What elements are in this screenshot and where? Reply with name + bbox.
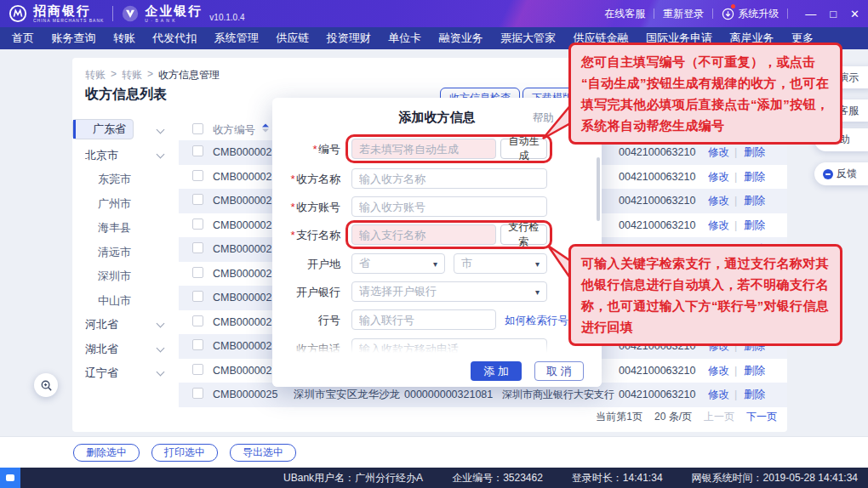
sidebar-item[interactable]: 中山市	[72, 289, 179, 314]
sidebar-item-label: 北京市	[72, 148, 118, 163]
branch-search-button[interactable]: 支行检索	[500, 224, 547, 245]
nav-item-9[interactable]: 票据大管家	[500, 31, 556, 46]
branch-name-input[interactable]	[351, 224, 496, 245]
field-row-location: 开户地 省▾ 市▾	[272, 253, 602, 275]
sidebar-item[interactable]: 海丰县	[72, 216, 179, 241]
breadcrumb-separator: >	[111, 68, 117, 82]
delete-link[interactable]: 删除	[744, 194, 765, 208]
recipient-number-input[interactable]	[351, 139, 496, 159]
delete-link[interactable]: 删除	[744, 145, 765, 160]
sidebar-item-label: 广东省	[80, 122, 126, 137]
edit-link[interactable]: 修改	[708, 194, 729, 208]
feedback-pill-button[interactable]: 反馈	[814, 162, 868, 185]
select-all-checkbox[interactable]	[192, 123, 203, 134]
breadcrumb-separator: >	[147, 68, 153, 82]
province-select[interactable]: 省▾	[351, 253, 445, 274]
edit-link[interactable]: 修改	[708, 388, 729, 402]
sidebar-item[interactable]: 北京市	[72, 144, 179, 168]
next-page-button[interactable]: 下一页	[746, 410, 777, 424]
prev-page-button[interactable]: 上一页	[704, 410, 734, 424]
breadcrumb-item[interactable]: 转账	[122, 68, 142, 82]
sidebar-item[interactable]: 清远市	[72, 241, 179, 265]
modal-help-link[interactable]: 帮助	[533, 111, 554, 126]
row-checkbox[interactable]	[192, 170, 203, 181]
nav-item-8[interactable]: 融资业务	[439, 31, 483, 46]
row-checkbox[interactable]	[192, 364, 203, 375]
sidebar-item[interactable]: 河北省	[72, 313, 179, 338]
recipient-name-input[interactable]	[351, 168, 547, 189]
nav-item-6[interactable]: 投资理财	[327, 31, 371, 46]
sidebar-item[interactable]: 东莞市	[72, 167, 179, 192]
action-separator: |	[734, 219, 737, 231]
relogin-link[interactable]: 重新登录	[663, 7, 704, 21]
row-checkbox[interactable]	[192, 242, 203, 253]
modal-scrollbar[interactable]	[597, 157, 600, 221]
bank-number-input[interactable]	[351, 309, 496, 330]
row-checkbox[interactable]	[192, 218, 203, 230]
add-recipient-modal: 添加收方信息 帮助 | *编号 自动生成 *收方名称 *收方账号 *支行名称 支…	[272, 98, 602, 387]
maximize-button[interactable]: □	[830, 8, 837, 20]
row-checkbox	[192, 388, 203, 401]
nav-item-7[interactable]: 单位卡	[388, 31, 421, 46]
close-button[interactable]: ✕	[850, 8, 859, 20]
edit-link[interactable]: 修改	[708, 218, 729, 232]
cell-recipient-id: CMB0000025	[213, 389, 294, 400]
sidebar-item[interactable]: 广东省	[72, 119, 134, 139]
delete-link[interactable]: 删除	[744, 169, 765, 184]
edit-link[interactable]: 修改	[708, 363, 729, 377]
footer-duration: 登录时长：14:41:34	[572, 471, 663, 485]
nav-item-2[interactable]: 转账	[113, 31, 135, 46]
annotation-callout-branch: 可输入关键字检索支行，通过支行名称对其他银行信息进行自动填入，若不明确支行名称，…	[568, 244, 842, 346]
add-submit-button[interactable]: 添 加	[471, 361, 522, 381]
sidebar-item[interactable]: 湖北省	[72, 338, 179, 362]
row-checkbox[interactable]	[192, 291, 203, 302]
nav-item-0[interactable]: 首页	[12, 31, 34, 46]
system-upgrade-link[interactable]: 系统升级	[722, 7, 779, 21]
delete-link[interactable]: 删除	[744, 363, 765, 377]
top-separator	[787, 9, 788, 19]
row-checkbox[interactable]	[192, 194, 203, 205]
sidebar-item[interactable]: 深圳市	[72, 264, 179, 289]
nav-item-5[interactable]: 供应链	[276, 31, 309, 46]
online-service-link[interactable]: 在线客服	[604, 7, 645, 21]
export-selected-button[interactable]: 导出选中	[230, 444, 296, 462]
nav-item-1[interactable]: 账务查询	[51, 31, 95, 46]
magnifier-plus-icon	[40, 379, 53, 392]
top-separator	[712, 9, 713, 19]
delete-link[interactable]: 删除	[744, 218, 765, 232]
row-checkbox[interactable]	[192, 339, 203, 350]
field-row-account: *收方账号	[272, 196, 602, 218]
auto-generate-button[interactable]: 自动生成	[500, 139, 547, 159]
chevron-down-icon	[157, 320, 165, 328]
edit-link[interactable]: 修改	[708, 145, 729, 160]
footer-company: 企业编号：3523462	[452, 471, 543, 485]
breadcrumb-item[interactable]: 转账	[85, 68, 106, 82]
delete-link[interactable]: 删除	[744, 388, 765, 402]
cell-bank-number: 0042100063210	[619, 219, 704, 231]
sidebar-item[interactable]: 广州市	[72, 192, 179, 217]
modal-help-separator: |	[562, 111, 564, 123]
row-checkbox[interactable]	[192, 145, 203, 156]
row-checkbox[interactable]	[192, 388, 203, 399]
city-select[interactable]: 市▾	[454, 253, 547, 274]
nav-item-3[interactable]: 代发代扣	[152, 31, 197, 46]
footer-corner-icon[interactable]	[0, 468, 20, 488]
bank-select[interactable]: 请选择开户银行▾	[351, 281, 547, 302]
delete-selected-button[interactable]: 删除选中	[73, 444, 140, 462]
action-separator: |	[734, 195, 737, 207]
row-checkbox[interactable]	[192, 267, 203, 278]
nav-item-4[interactable]: 系统管理	[214, 31, 259, 46]
cancel-button[interactable]: 取 消	[534, 361, 584, 381]
cell-bank: 深圳市商业银行大安支行	[502, 388, 617, 402]
print-selected-button[interactable]: 打印选中	[151, 444, 218, 462]
zoom-button[interactable]	[34, 373, 58, 397]
minimize-button[interactable]: —	[805, 8, 816, 20]
cell-bank-number: 0042100063210	[619, 195, 704, 207]
edit-link[interactable]: 修改	[708, 169, 729, 184]
sort-icon[interactable]	[262, 123, 269, 132]
recipient-account-input[interactable]	[351, 196, 547, 217]
sidebar-item[interactable]: 辽宁省	[72, 361, 179, 386]
row-checkbox[interactable]	[192, 315, 203, 326]
cmb-logo-icon	[9, 4, 27, 23]
pagination: 当前第1页 20 条/页 上一页 下一页	[596, 410, 777, 424]
